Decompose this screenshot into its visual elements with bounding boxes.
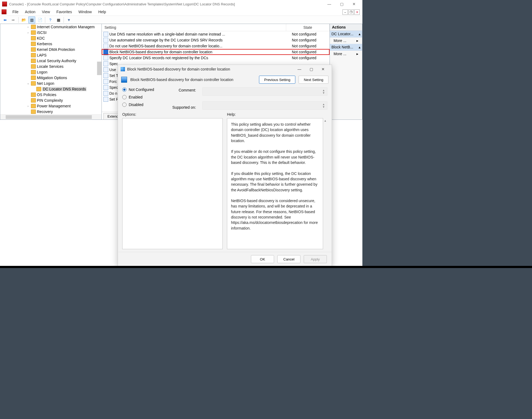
col-state[interactable]: State bbox=[286, 24, 330, 31]
toolbar-separator bbox=[45, 17, 45, 23]
mdi-restore-button[interactable]: ❐ bbox=[348, 9, 354, 15]
properties-button[interactable]: ▦ bbox=[55, 16, 62, 23]
menu-favorites[interactable]: Favorites bbox=[53, 8, 75, 16]
setting-state: Not configured bbox=[289, 44, 330, 48]
action-label: More ... bbox=[334, 52, 346, 56]
scroll-down-icon: ▾ bbox=[323, 105, 327, 109]
toolbar-separator bbox=[64, 17, 64, 23]
list-row[interactable]: Do not use NetBIOS-based discovery for d… bbox=[102, 43, 330, 49]
expand-icon[interactable]: › bbox=[26, 31, 30, 34]
tree-item[interactable]: LAPS bbox=[0, 52, 102, 58]
folder-icon bbox=[31, 104, 36, 108]
tree-item[interactable]: ⌄Net Logon bbox=[0, 80, 102, 86]
tree-item[interactable]: Recovery bbox=[0, 109, 102, 114]
list-row[interactable]: Specify DC Locator DNS records not regis… bbox=[102, 55, 330, 61]
radio-disabled[interactable]: Disabled bbox=[122, 103, 160, 107]
up-button[interactable]: 📂 bbox=[20, 16, 27, 23]
tree-item-label: Kerberos bbox=[37, 42, 52, 46]
expand-icon[interactable]: › bbox=[26, 104, 30, 108]
help-panel[interactable]: This policy setting allows you to contro… bbox=[227, 118, 323, 249]
help-button[interactable]: ? bbox=[47, 16, 54, 23]
dialog-close-button[interactable]: ✕ bbox=[317, 65, 329, 73]
tree-item-label: iSCSI bbox=[37, 30, 47, 35]
toolbar-separator bbox=[18, 17, 19, 23]
policy-icon bbox=[121, 67, 125, 71]
menu-view[interactable]: View bbox=[38, 8, 53, 16]
folder-icon bbox=[31, 98, 36, 103]
tree-item[interactable]: Logon bbox=[0, 69, 102, 75]
action-group-block-netbios[interactable]: Block NetB...▴ bbox=[330, 44, 362, 51]
dialog-maximize-button[interactable]: ▢ bbox=[305, 65, 317, 73]
expand-icon[interactable]: › bbox=[26, 25, 30, 29]
tree-item[interactable]: Local Security Authority bbox=[0, 58, 102, 64]
mdi-close-button[interactable]: ✕ bbox=[354, 9, 360, 15]
dialog-subtitle: Block NetBIOS-based discovery for domain… bbox=[130, 78, 256, 82]
menu-window[interactable]: Window bbox=[75, 8, 95, 16]
list-row[interactable]: Use DNS name resolution with a single-la… bbox=[102, 31, 330, 37]
tree-item[interactable]: Kerberos bbox=[0, 41, 102, 47]
action-more[interactable]: More ...▸ bbox=[330, 37, 362, 44]
folder-icon bbox=[31, 47, 36, 52]
list-row[interactable]: Use automated site coverage by the DC Lo… bbox=[102, 37, 330, 43]
config-row: Not Configured Enabled Disabled Comment:… bbox=[118, 86, 332, 112]
help-scroll-up-icon[interactable]: ▴ bbox=[323, 118, 327, 249]
action-more-2[interactable]: More ...▸ bbox=[330, 51, 362, 57]
col-setting[interactable]: Setting bbox=[102, 24, 286, 31]
window-minimize-button[interactable]: — bbox=[323, 0, 335, 8]
options-panel[interactable] bbox=[122, 118, 223, 249]
ok-button[interactable]: OK bbox=[251, 255, 274, 263]
tree-item[interactable]: Kernel DMA Protection bbox=[0, 47, 102, 52]
tree-item[interactable]: ›iSCSI bbox=[0, 30, 102, 35]
tree-item[interactable]: KDC bbox=[0, 35, 102, 41]
menu-action[interactable]: Action bbox=[22, 8, 39, 16]
menu-help[interactable]: Help bbox=[95, 8, 109, 16]
tree-hscroll-thumb[interactable] bbox=[6, 115, 92, 119]
document-icon bbox=[2, 9, 6, 14]
folder-icon bbox=[31, 64, 36, 69]
action-group-dc-locator[interactable]: DC Locator...▴ bbox=[330, 31, 362, 37]
mdi-minimize-button[interactable]: – bbox=[342, 9, 348, 15]
next-setting-button[interactable]: Next Setting bbox=[299, 76, 328, 84]
setting-state: Not configured bbox=[289, 56, 330, 60]
nav-forward-button[interactable]: ➡ bbox=[10, 16, 17, 23]
dialog-titlebar: Block NetBIOS-based discovery for domain… bbox=[118, 65, 332, 73]
tree-item[interactable]: DC Locator DNS Records bbox=[0, 86, 102, 92]
dialog-minimize-button[interactable]: — bbox=[293, 65, 305, 73]
tree-item[interactable]: OS Policies bbox=[0, 92, 102, 97]
tree-item-label: Mitigation Options bbox=[37, 76, 67, 80]
titlebar: Console1 - [Console Root\Local Computer … bbox=[0, 0, 362, 8]
tree-item-label: Power Management bbox=[37, 104, 71, 108]
tree-item[interactable]: ›Internet Communication Managem bbox=[0, 24, 102, 30]
tree-vscroll-thumb[interactable] bbox=[97, 62, 102, 75]
export-button[interactable]: 📄 bbox=[36, 16, 43, 23]
tree-item[interactable]: Mitigation Options bbox=[0, 75, 102, 80]
window-close-button[interactable]: ✕ bbox=[348, 0, 360, 8]
radio-enabled[interactable]: Enabled bbox=[122, 95, 160, 99]
expand-icon[interactable]: ⌄ bbox=[26, 82, 30, 85]
tree-item-label: OS Policies bbox=[37, 93, 56, 97]
folder-icon bbox=[31, 76, 36, 80]
cancel-button[interactable]: Cancel bbox=[277, 255, 300, 263]
setting-name: Use automated site coverage by the DC Lo… bbox=[109, 38, 289, 42]
nav-back-button[interactable]: ⬅ bbox=[2, 16, 9, 23]
previous-setting-button[interactable]: Previous Setting bbox=[259, 76, 295, 84]
show-tree-button[interactable]: ▥ bbox=[28, 16, 35, 23]
tree-item[interactable]: ›Power Management bbox=[0, 103, 102, 109]
window-maximize-button[interactable]: ▢ bbox=[335, 0, 348, 8]
list-row[interactable]: Block NetBIOS-based discovery for domain… bbox=[102, 49, 330, 55]
tree-item[interactable]: PIN Complexity bbox=[0, 97, 102, 103]
menu-file[interactable]: File bbox=[9, 8, 22, 16]
options-help-split: Options: Help: This policy setting allow… bbox=[118, 112, 332, 249]
comment-textarea[interactable]: ▴▾ bbox=[202, 87, 327, 96]
radio-label: Disabled bbox=[129, 103, 143, 107]
supported-label: Supported on: bbox=[172, 105, 196, 110]
filter-button[interactable]: ▼ bbox=[65, 16, 72, 23]
tree-item[interactable]: Locale Services bbox=[0, 64, 102, 69]
apply-button[interactable]: Apply bbox=[304, 255, 327, 263]
policy-item-icon bbox=[103, 91, 108, 96]
tree-hscroll[interactable] bbox=[0, 114, 102, 119]
tree-item-label: Local Security Authority bbox=[37, 59, 76, 63]
supported-on-textarea[interactable]: ▴▾ bbox=[202, 101, 327, 110]
folder-icon bbox=[36, 87, 41, 91]
radio-not-configured[interactable]: Not Configured bbox=[122, 87, 160, 92]
